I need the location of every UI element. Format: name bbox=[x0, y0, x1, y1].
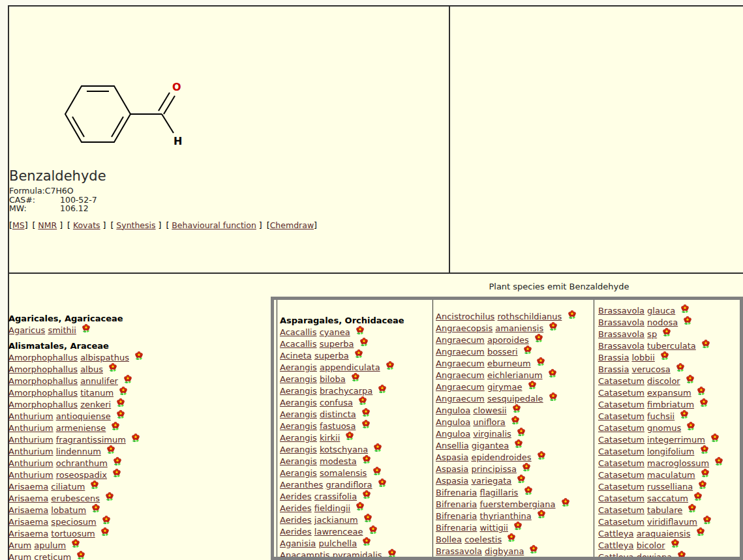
genus-link[interactable]: Arisaema bbox=[8, 529, 48, 538]
compound-action-link[interactable]: MS bbox=[12, 220, 25, 230]
species-link[interactable]: modesta bbox=[320, 456, 357, 466]
flower-icon[interactable] bbox=[115, 397, 126, 407]
species-link[interactable]: flagillaris bbox=[479, 488, 518, 497]
genus-link[interactable]: Arisaema bbox=[8, 505, 48, 515]
species-link[interactable]: confusa bbox=[320, 398, 353, 407]
genus-link[interactable]: Catasetum bbox=[598, 458, 644, 468]
species-link[interactable]: bosseri bbox=[487, 347, 518, 357]
genus-link[interactable]: Cattleya bbox=[598, 552, 634, 560]
flower-icon[interactable] bbox=[523, 344, 533, 355]
flower-icon[interactable] bbox=[387, 548, 397, 558]
flower-icon[interactable] bbox=[361, 407, 371, 417]
genus-link[interactable]: Catasetum bbox=[598, 494, 644, 503]
flower-icon[interactable] bbox=[696, 385, 706, 396]
species-link[interactable]: distincta bbox=[320, 409, 356, 419]
species-link[interactable]: russelliana bbox=[647, 482, 693, 492]
flower-icon[interactable] bbox=[76, 550, 86, 560]
flower-icon[interactable] bbox=[118, 385, 129, 396]
flower-icon[interactable] bbox=[536, 450, 547, 460]
flower-icon[interactable] bbox=[699, 397, 709, 407]
species-link[interactable]: lobatum bbox=[51, 505, 86, 515]
genus-link[interactable]: Angraecum bbox=[436, 394, 485, 404]
flower-icon[interactable] bbox=[110, 420, 121, 431]
genus-link[interactable]: Aspasia bbox=[436, 464, 468, 474]
genus-link[interactable]: Arisaema bbox=[8, 482, 48, 492]
genus-link[interactable]: Cattleya bbox=[598, 540, 634, 550]
species-link[interactable]: coelestis bbox=[464, 535, 502, 544]
flower-icon[interactable] bbox=[702, 514, 712, 525]
species-link[interactable]: integerrimum bbox=[647, 435, 705, 445]
species-link[interactable]: expansum bbox=[647, 388, 691, 398]
species-link[interactable]: tuberculata bbox=[647, 341, 696, 351]
flower-icon[interactable] bbox=[687, 503, 697, 513]
genus-link[interactable]: Arisaema bbox=[8, 494, 48, 503]
flower-icon[interactable] bbox=[548, 391, 558, 402]
genus-link[interactable]: Angraecum bbox=[436, 382, 485, 392]
genus-link[interactable]: Anthurium bbox=[8, 423, 53, 433]
genus-link[interactable]: Aerangis bbox=[280, 398, 317, 407]
species-link[interactable]: fuchsii bbox=[647, 411, 675, 421]
genus-link[interactable]: Brassia bbox=[598, 353, 629, 362]
flower-icon[interactable] bbox=[355, 325, 365, 335]
species-link[interactable]: pyramidalis bbox=[333, 550, 382, 560]
flower-icon[interactable] bbox=[89, 479, 100, 490]
genus-link[interactable]: Anacamptis bbox=[280, 550, 330, 560]
genus-link[interactable]: Amorphophallus bbox=[8, 400, 78, 409]
species-link[interactable]: sp bbox=[647, 329, 657, 339]
flower-icon[interactable] bbox=[693, 491, 703, 501]
flower-icon[interactable] bbox=[527, 379, 538, 390]
genus-link[interactable]: Angraecum bbox=[436, 335, 485, 345]
species-link[interactable]: zenkeri bbox=[80, 400, 111, 409]
species-link[interactable]: principissa bbox=[471, 464, 517, 474]
flower-icon[interactable] bbox=[91, 503, 101, 513]
flower-icon[interactable] bbox=[361, 489, 372, 499]
species-link[interactable]: biloba bbox=[320, 374, 346, 384]
genus-link[interactable]: Angraecum bbox=[436, 347, 485, 357]
genus-link[interactable]: Acineta bbox=[280, 351, 312, 361]
flower-icon[interactable] bbox=[660, 350, 670, 361]
genus-link[interactable]: Arum bbox=[8, 552, 31, 560]
species-link[interactable]: superba bbox=[320, 339, 354, 349]
flower-icon[interactable] bbox=[123, 374, 133, 384]
flower-icon[interactable] bbox=[516, 426, 526, 437]
flower-icon[interactable] bbox=[354, 348, 364, 359]
flower-icon[interactable] bbox=[513, 438, 524, 449]
species-link[interactable]: maculatum bbox=[647, 470, 695, 480]
flower-icon[interactable] bbox=[534, 332, 544, 343]
species-link[interactable]: variegata bbox=[471, 476, 511, 486]
species-link[interactable]: kirkii bbox=[320, 433, 340, 443]
genus-link[interactable]: Bifrenaria bbox=[436, 511, 477, 521]
genus-link[interactable]: Brassavola bbox=[598, 329, 644, 339]
flower-icon[interactable] bbox=[112, 467, 122, 478]
genus-link[interactable]: Aerangis bbox=[280, 362, 317, 372]
flower-icon[interactable] bbox=[377, 477, 387, 488]
genus-link[interactable]: Agaricus bbox=[8, 325, 45, 335]
genus-link[interactable]: Aerides bbox=[280, 503, 312, 513]
flower-icon[interactable] bbox=[710, 432, 720, 443]
genus-link[interactable]: Aspasia bbox=[436, 476, 468, 486]
flower-icon[interactable] bbox=[361, 536, 372, 546]
species-link[interactable]: girymae bbox=[487, 382, 523, 392]
flower-icon[interactable] bbox=[536, 508, 547, 519]
flower-icon[interactable] bbox=[680, 303, 690, 314]
species-link[interactable]: fieldingii bbox=[314, 503, 350, 513]
flower-icon[interactable] bbox=[528, 544, 539, 554]
species-link[interactable]: virginalis bbox=[473, 429, 511, 439]
flower-icon[interactable] bbox=[548, 321, 558, 331]
flower-icon[interactable] bbox=[355, 501, 365, 511]
genus-link[interactable]: Ansellia bbox=[436, 441, 469, 450]
flower-icon[interactable] bbox=[699, 444, 710, 454]
genus-link[interactable]: Catasetum bbox=[598, 400, 644, 409]
species-link[interactable]: clowesii bbox=[473, 405, 506, 415]
flower-icon[interactable] bbox=[350, 372, 361, 382]
flower-icon[interactable] bbox=[385, 360, 395, 370]
genus-link[interactable]: Angraecum bbox=[436, 359, 485, 368]
flower-icon[interactable] bbox=[521, 462, 532, 472]
genus-link[interactable]: Aerangis bbox=[280, 421, 317, 431]
species-link[interactable]: albus bbox=[80, 364, 103, 374]
species-link[interactable]: digbyana bbox=[485, 546, 524, 556]
flower-icon[interactable] bbox=[372, 465, 382, 476]
species-link[interactable]: ciliatum bbox=[51, 482, 85, 492]
flower-icon[interactable] bbox=[685, 374, 695, 384]
genus-link[interactable]: Catasetum bbox=[598, 470, 644, 480]
